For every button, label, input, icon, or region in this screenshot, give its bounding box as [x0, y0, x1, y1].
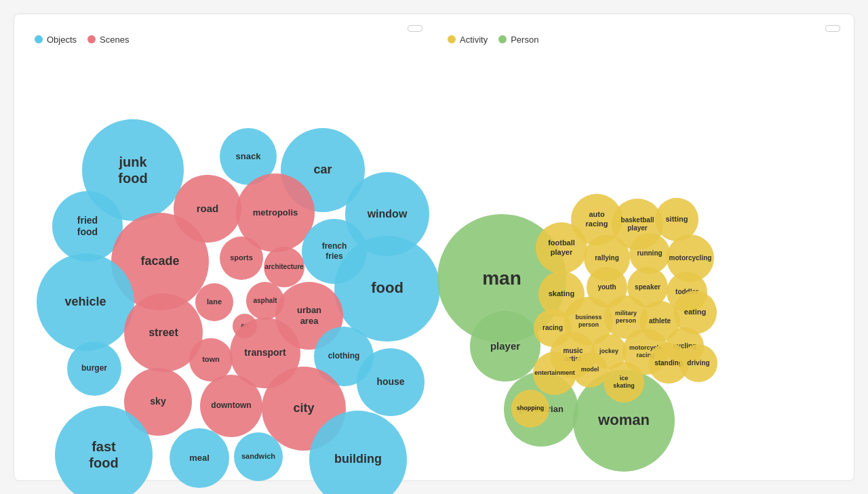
export-button-left[interactable]	[408, 25, 422, 32]
right-bubble-area: manplayerwomanpedestrianautoracingbasket…	[441, 52, 840, 445]
bubble[interactable]: food	[334, 236, 440, 342]
bubble[interactable]: vehicle	[37, 253, 134, 351]
bubble[interactable]: meal	[170, 428, 229, 488]
left-chart-panel: ObjectsScenes junkfoodsnackcarwindowfrie…	[28, 35, 427, 445]
bubble[interactable]: footballplayer	[536, 222, 587, 274]
bubble[interactable]: model	[572, 352, 608, 388]
left-bubble-area: junkfoodsnackcarwindowfriedfoodroadmetro…	[28, 52, 427, 445]
bubble[interactable]: iceskating	[604, 362, 644, 403]
legend-item: Activity	[448, 35, 488, 45]
bubble[interactable]: shopping	[511, 390, 549, 428]
bubble[interactable]: entertainment	[533, 352, 576, 395]
legend-item: Person	[498, 35, 538, 45]
bubble[interactable]: lane	[195, 283, 233, 321]
charts-row: ObjectsScenes junkfoodsnackcarwindowfrie…	[28, 35, 840, 445]
bubble[interactable]: sandwich	[234, 432, 283, 481]
legend-item: Objects	[35, 35, 77, 45]
bubble[interactable]: player	[470, 311, 540, 382]
export-button-right[interactable]	[825, 25, 840, 32]
bubble[interactable]: burger	[67, 342, 121, 396]
bubble[interactable]: architecture	[264, 247, 304, 287]
legend-item: Scenes	[87, 35, 129, 45]
bubble[interactable]: house	[357, 348, 425, 416]
right-legend: ActivityPerson	[448, 35, 840, 45]
bubble[interactable]: downtown	[200, 375, 262, 437]
bubble[interactable]: sports	[220, 236, 263, 280]
right-chart-panel: ActivityPerson manplayerwomanpedestriana…	[441, 35, 840, 445]
left-legend: ObjectsScenes	[35, 35, 427, 45]
bubble[interactable]: driving	[679, 344, 717, 382]
main-container: ObjectsScenes junkfoodsnackcarwindowfrie…	[14, 14, 854, 481]
